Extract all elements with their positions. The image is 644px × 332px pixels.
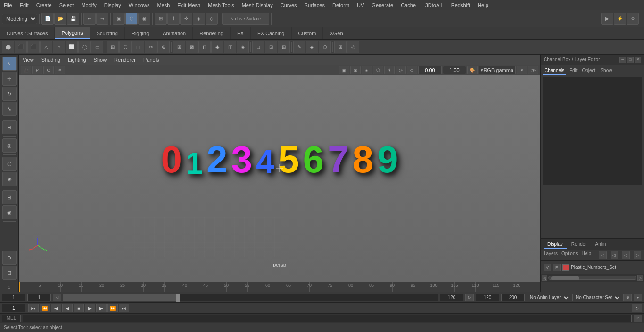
loop-btn[interactable]: ↻	[632, 304, 642, 312]
menu-display[interactable]: Display	[100, 1, 125, 9]
sphere-btn[interactable]: ⬤	[2, 41, 14, 53]
viewport-panels-menu[interactable]: Panels	[141, 56, 161, 64]
undo-btn[interactable]: ↩	[83, 13, 96, 25]
multi-cut-btn[interactable]: ✂	[145, 41, 157, 53]
tab-custom[interactable]: Custom	[292, 27, 323, 39]
play-back-btn[interactable]: ◀	[62, 304, 73, 312]
uv-layout-btn[interactable]: ⊞	[278, 41, 290, 53]
layer-help-menu[interactable]: Help	[581, 251, 591, 259]
disk-btn[interactable]: ◯	[78, 41, 91, 53]
tab-fx-caching[interactable]: FX Caching	[251, 27, 291, 39]
menu-mesh[interactable]: Mesh	[153, 1, 173, 9]
mirror-btn[interactable]: ◫	[224, 41, 236, 53]
wireframe-btn[interactable]: ⬡	[319, 41, 331, 53]
snap-to-poly-btn[interactable]: ⬡	[2, 157, 17, 171]
viewport-show-menu[interactable]: Show	[92, 56, 109, 64]
vp-wireframe-btn[interactable]: ⬡	[373, 66, 383, 74]
vp-light-btn[interactable]: ☀	[384, 66, 395, 74]
channel-box-close-btn[interactable]: ✕	[635, 57, 641, 63]
tab-polygons[interactable]: Polygons	[55, 27, 90, 39]
vp-colorspace-dropdown[interactable]: sRGB gamma	[479, 66, 516, 74]
playback-start-input[interactable]	[476, 294, 499, 301]
tab-rigging[interactable]: Rigging	[125, 27, 156, 39]
jump-start-btn[interactable]: ⏮	[28, 304, 39, 312]
menu-windows[interactable]: Windows	[125, 1, 154, 9]
cmd-execute-btn[interactable]: ↵	[634, 315, 642, 322]
snap-curve-btn[interactable]: ⌇	[167, 13, 180, 25]
render-settings-btn[interactable]: ⚙	[627, 13, 639, 25]
menu-select[interactable]: Select	[56, 1, 78, 9]
cam-nav-btn[interactable]: ⊙	[2, 251, 17, 265]
timeline-scrub-bar[interactable]	[63, 294, 438, 301]
rotate-tool-btn[interactable]: ↻	[2, 87, 17, 101]
jump-end-btn[interactable]: ⏭	[119, 304, 129, 312]
show-tab[interactable]: Show	[598, 67, 614, 75]
object-tab[interactable]: Object	[580, 67, 598, 75]
menu-help[interactable]: Help	[474, 1, 492, 9]
xray-btn[interactable]: ◈	[306, 41, 318, 53]
step-fwd-btn[interactable]: ⏩	[107, 304, 118, 312]
vp-cam-btn[interactable]: 🎥	[21, 66, 31, 74]
vp-xray-btn[interactable]: ◇	[407, 66, 417, 74]
channels-tab[interactable]: Channels	[543, 67, 566, 75]
current-frame-input[interactable]	[27, 294, 51, 301]
menu-3dtoall[interactable]: -3DtoAll-	[420, 1, 447, 9]
open-scene-btn[interactable]: 📂	[54, 13, 66, 25]
uv-editor-btn[interactable]: □	[252, 41, 264, 53]
frame-increment-btn[interactable]: ▷	[465, 294, 474, 301]
uv-unfold-btn[interactable]: ⊡	[265, 41, 277, 53]
menu-generate[interactable]: Generate	[368, 1, 397, 9]
anim-tab[interactable]: Anim	[592, 241, 610, 249]
menu-cache[interactable]: Cache	[397, 1, 420, 9]
vp-colorspace-arrow[interactable]: ▾	[517, 66, 527, 74]
vp-more-btn[interactable]: ≫	[528, 66, 538, 74]
tab-sculpting[interactable]: Sculpting	[90, 27, 125, 39]
pipe-btn[interactable]: ▭	[91, 41, 103, 53]
show-manip-btn[interactable]: ◈	[2, 172, 17, 186]
menu-mesh-tools[interactable]: Mesh Tools	[204, 1, 238, 9]
combine-btn[interactable]: ⊞	[173, 41, 185, 53]
mode-selector[interactable]: Modeling	[2, 14, 37, 24]
menu-redshift[interactable]: Redshift	[447, 1, 474, 9]
render-tab[interactable]: Render	[568, 241, 591, 249]
lattice-btn[interactable]: ⊞	[2, 190, 17, 204]
boolean-btn[interactable]: ⊓	[198, 41, 211, 53]
cylinder-btn[interactable]: ⬛	[27, 41, 40, 53]
scale-tool-btn[interactable]: ⤡	[2, 102, 17, 116]
menu-curves[interactable]: Curves	[277, 1, 301, 9]
tab-fx[interactable]: FX	[231, 27, 251, 39]
step-back-btn[interactable]: ⏪	[40, 304, 50, 312]
layer-action-2[interactable]: ◁	[611, 251, 618, 259]
vp-persp-btn[interactable]: P	[32, 66, 42, 74]
snap-surface-btn[interactable]: ◈	[193, 13, 205, 25]
smooth-btn[interactable]: ◉	[211, 41, 223, 53]
layer-options-menu[interactable]: Options	[561, 251, 578, 259]
tab-animation[interactable]: Animation	[156, 27, 193, 39]
layer-playback-btn[interactable]: P	[553, 264, 561, 271]
display-tab[interactable]: Display	[544, 241, 567, 249]
vp-ortho-btn[interactable]: O	[43, 66, 54, 74]
layer-color-swatch[interactable]	[562, 264, 569, 271]
cone-btn[interactable]: △	[40, 41, 52, 53]
lasso-btn[interactable]: ⬡	[125, 13, 138, 25]
menu-modify[interactable]: Modify	[77, 1, 100, 9]
cube-btn[interactable]: ⬛	[15, 41, 27, 53]
no-live-surface-btn[interactable]: No Live Surface	[222, 13, 269, 25]
layer-scroll-right-btn[interactable]: ▷	[637, 275, 643, 281]
new-scene-btn[interactable]: 📄	[41, 13, 54, 25]
channel-box-minimize-btn[interactable]: ─	[619, 57, 626, 63]
tab-rendering[interactable]: Rendering	[193, 27, 231, 39]
tab-curves-surfaces[interactable]: Curves / Surfaces	[0, 27, 55, 39]
layer-scrollbar[interactable]	[548, 276, 636, 280]
move-tool-btn[interactable]: ✛	[2, 72, 17, 86]
viewport-renderer-menu[interactable]: Renderer	[112, 56, 138, 64]
separate-btn[interactable]: ⊠	[186, 41, 198, 53]
playback-end-input[interactable]	[501, 294, 525, 301]
stop-btn[interactable]: ■	[74, 304, 84, 312]
layer-action-1[interactable]: ◁	[599, 251, 606, 259]
menu-mesh-display[interactable]: Mesh Display	[238, 1, 277, 9]
layer-scroll-left-btn[interactable]: ◁	[542, 275, 547, 281]
bevel-btn[interactable]: ◈	[237, 41, 249, 53]
soft-select-btn[interactable]: ◎	[347, 41, 359, 53]
snap-point-btn[interactable]: ✛	[180, 13, 192, 25]
